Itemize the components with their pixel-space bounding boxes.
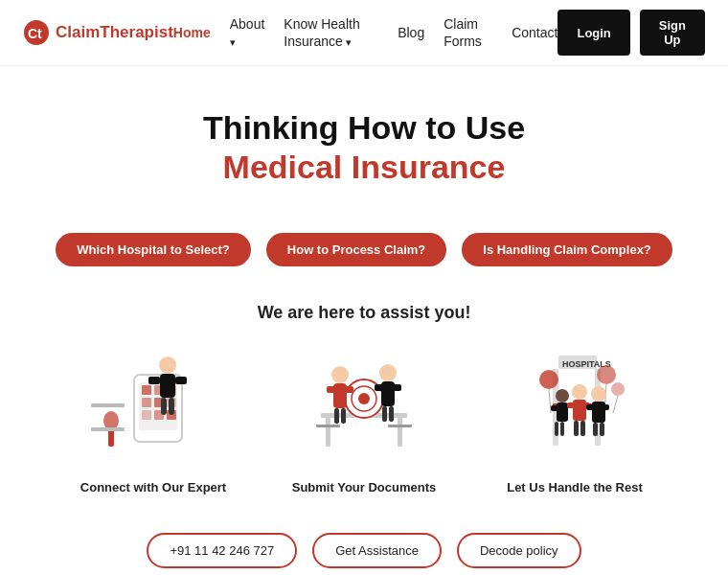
svg-point-28 [358, 393, 370, 404]
get-assistance-button[interactable]: Get Assistance [312, 533, 442, 568]
svg-rect-31 [327, 386, 336, 393]
svg-rect-69 [593, 423, 598, 436]
svg-rect-7 [142, 398, 151, 407]
login-button[interactable]: Login [557, 10, 629, 56]
svg-text:Ct: Ct [28, 26, 42, 41]
assist-heading: We are here to assist you! [19, 303, 709, 323]
hero-heading: Thinking How to Use Medical Insurance [19, 108, 709, 187]
svg-line-53 [613, 396, 618, 413]
svg-rect-17 [161, 398, 167, 415]
pill-claim-complex[interactable]: Is Handling Claim Complex? [462, 233, 672, 266]
svg-rect-42 [388, 425, 412, 427]
svg-rect-67 [586, 404, 595, 410]
svg-rect-37 [375, 384, 384, 391]
logo-icon: Ct [23, 19, 50, 46]
svg-rect-68 [601, 404, 609, 410]
cards-row: Connect with Our Expert [19, 346, 709, 494]
svg-rect-55 [557, 402, 568, 422]
svg-rect-39 [382, 406, 387, 422]
svg-rect-4 [142, 385, 151, 395]
pill-buttons: Which Hospital to Select? How to Process… [0, 233, 728, 266]
card-handle-label: Let Us Handle the Rest [507, 480, 643, 494]
svg-rect-64 [580, 421, 585, 436]
svg-rect-57 [555, 422, 558, 436]
hero-section: Thinking How to Use Medical Insurance [0, 66, 728, 206]
svg-rect-15 [148, 377, 160, 384]
svg-rect-21 [91, 403, 125, 407]
nav-blog[interactable]: Blog [398, 25, 424, 40]
svg-rect-18 [169, 398, 174, 415]
svg-point-48 [539, 370, 558, 389]
nav-buttons: Login Sign Up [557, 10, 705, 56]
svg-rect-41 [316, 425, 340, 427]
svg-rect-25 [398, 418, 402, 447]
assist-section: We are here to assist you! [0, 276, 728, 514]
nav-know-health[interactable]: Know Health Insurance [284, 16, 359, 49]
card-handle: HOSPITALS [489, 346, 661, 494]
svg-point-54 [556, 389, 569, 402]
nav-claim-forms[interactable]: Claim Forms [444, 16, 482, 49]
svg-rect-40 [389, 406, 394, 422]
svg-rect-32 [344, 386, 353, 393]
svg-rect-38 [392, 384, 401, 391]
logo-text: ClaimTherapist [56, 23, 173, 42]
action-buttons: +91 11 42 246 727 Get Assistance Decode … [0, 533, 728, 568]
signup-button[interactable]: Sign Up [640, 10, 705, 56]
card-submit: Submit Your Documents [278, 346, 450, 494]
svg-rect-63 [574, 421, 579, 436]
svg-rect-16 [175, 377, 187, 384]
svg-rect-70 [600, 423, 604, 436]
logo[interactable]: Ct ClaimTherapist [23, 19, 173, 46]
svg-rect-10 [142, 410, 151, 420]
decode-policy-button[interactable]: Decode policy [457, 533, 581, 568]
hero-line2: Medical Insurance [223, 149, 506, 185]
hero-line1: Thinking How to Use [203, 109, 525, 146]
pill-hospital[interactable]: Which Hospital to Select? [56, 233, 251, 266]
svg-rect-56 [551, 405, 558, 411]
svg-rect-24 [326, 418, 330, 447]
svg-point-59 [572, 384, 587, 400]
svg-point-13 [159, 356, 176, 374]
svg-point-65 [591, 386, 606, 402]
card-connect-label: Connect with Our Expert [80, 480, 226, 494]
svg-rect-33 [334, 408, 339, 424]
svg-line-49 [549, 389, 551, 413]
svg-point-35 [379, 364, 397, 381]
svg-rect-61 [567, 402, 576, 408]
illustration-submit [292, 346, 436, 471]
svg-rect-22 [91, 427, 125, 431]
illustration-handle: HOSPITALS [503, 346, 647, 471]
svg-point-52 [611, 382, 625, 396]
nav-links: Home About Know Health Insurance Blog Cl… [173, 15, 558, 50]
card-submit-label: Submit Your Documents [292, 480, 436, 494]
phone-button[interactable]: +91 11 42 246 727 [147, 533, 297, 568]
pill-process-claim[interactable]: How to Process Claim? [266, 233, 446, 266]
svg-rect-14 [160, 374, 175, 398]
svg-point-29 [331, 366, 349, 383]
illustration-connect [81, 346, 225, 471]
nav-about[interactable]: About [230, 16, 265, 49]
nav-home[interactable]: Home [173, 25, 211, 40]
svg-rect-34 [341, 408, 346, 424]
card-connect: Connect with Our Expert [67, 346, 239, 494]
svg-rect-58 [560, 422, 564, 436]
nav-contact[interactable]: Contact [512, 25, 557, 40]
navbar: Ct ClaimTherapist Home About Know Health… [0, 0, 728, 66]
svg-point-50 [597, 365, 616, 384]
